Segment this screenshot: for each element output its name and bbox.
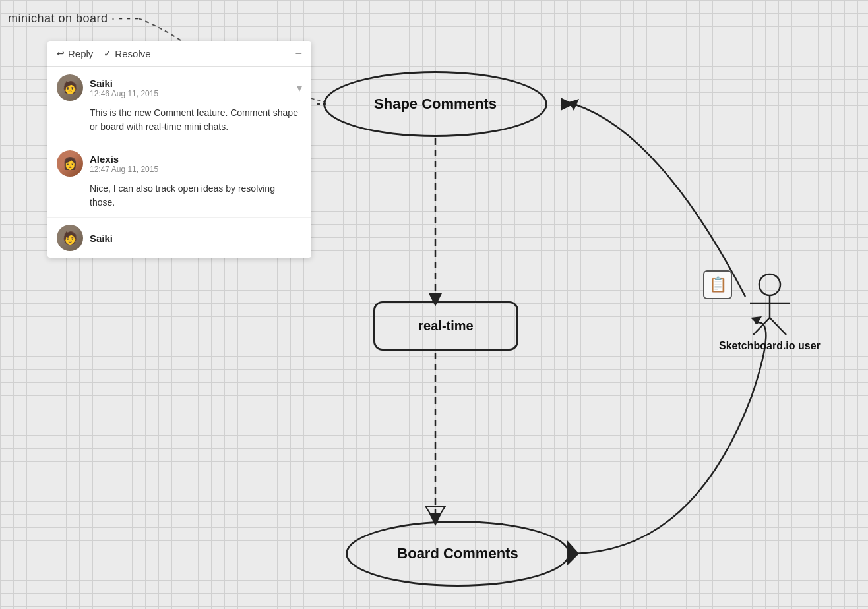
comment-meta: Saiki 12:46 Aug 11, 2015 (90, 78, 290, 98)
comment-header: 🧑 Saiki 12:46 Aug 11, 2015 ▾ (57, 74, 302, 101)
shape-comments-shape: Shape Comments (323, 71, 547, 137)
comment-item: 🧑 Saiki 12:46 Aug 11, 2015 ▾ This is the… (47, 67, 311, 142)
svg-point-13 (759, 274, 780, 295)
comment-toolbar: ↩ Reply ✓ Resolve − (47, 41, 311, 67)
comment-author: Alexis (90, 154, 302, 165)
board-title: minichat on board · - - - (8, 12, 139, 26)
reply-button[interactable]: ↩ Reply (57, 48, 93, 59)
comment-list: 🧑 Saiki 12:46 Aug 11, 2015 ▾ This is the… (47, 67, 311, 258)
avatar: 👩 (57, 150, 83, 177)
user-svg (743, 270, 796, 336)
minimize-button[interactable]: − (295, 47, 302, 59)
comment-panel: ↩ Reply ✓ Resolve − 🧑 Saiki 12:46 Aug 11… (47, 41, 311, 258)
resolve-label: Resolve (115, 48, 150, 59)
svg-line-17 (770, 318, 786, 335)
svg-line-16 (753, 318, 770, 335)
reply-icon: ↩ (57, 48, 65, 59)
board-comments-label: Board Comments (397, 545, 518, 562)
comment-time: 12:46 Aug 11, 2015 (90, 89, 290, 98)
comment-body: Nice, I can also track open ideas by res… (57, 182, 302, 210)
shape-comments-label: Shape Comments (374, 96, 497, 113)
user-figure: Sketchboard.io user (719, 270, 821, 352)
comment-author: Saiki (90, 78, 290, 89)
board-title-dashes: · - - - (111, 12, 139, 25)
real-time-label: real-time (418, 318, 473, 334)
resolve-button[interactable]: ✓ Resolve (104, 48, 150, 59)
reply-label: Reply (68, 48, 93, 59)
avatar: 🧑 (57, 74, 83, 101)
board-comments-shape: Board Comments (346, 521, 570, 587)
comment-item-partial: 🧑 Saiki (47, 218, 311, 258)
real-time-shape: real-time (373, 301, 518, 351)
checkmark-icon: ✓ (104, 48, 111, 59)
comment-time: 12:47 Aug 11, 2015 (90, 165, 302, 174)
board-title-text: minichat on board (8, 12, 108, 25)
comment-item: 👩 Alexis 12:47 Aug 11, 2015 Nice, I can … (47, 142, 311, 218)
comment-header: 👩 Alexis 12:47 Aug 11, 2015 (57, 150, 302, 177)
user-label: Sketchboard.io user (719, 340, 821, 352)
comment-author-partial: Saiki (90, 233, 113, 244)
avatar: 🧑 (57, 225, 83, 251)
comment-dropdown-icon[interactable]: ▾ (297, 82, 302, 94)
comment-meta: Alexis 12:47 Aug 11, 2015 (90, 154, 302, 174)
comment-body: This is the new Comment feature. Comment… (57, 106, 302, 134)
